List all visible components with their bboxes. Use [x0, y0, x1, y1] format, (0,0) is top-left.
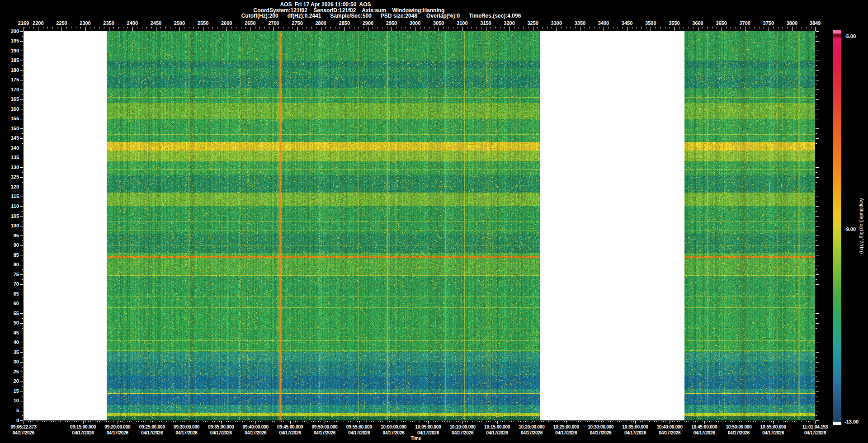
top-axis-tick — [778, 27, 778, 28]
top-axis-tick — [698, 27, 698, 31]
freq-axis-tick-right — [816, 80, 819, 80]
top-axis-tick — [443, 27, 444, 28]
freq-axis-tick-right — [816, 177, 819, 178]
time-axis-tick-label: 09:20:00.000 04/17/2026 — [104, 424, 130, 436]
freq-axis-minor-tick — [22, 240, 23, 241]
freq-axis-tick-label: 40 — [4, 339, 19, 345]
freq-axis-minor-tick-right — [816, 133, 817, 134]
freq-axis-tick-right — [816, 187, 819, 187]
freq-axis-tick — [20, 80, 23, 80]
freq-axis-tick-label: 110 — [4, 203, 19, 209]
time-axis-tick — [221, 421, 222, 424]
top-axis-tick — [434, 27, 434, 28]
top-axis-tick-label: 2250 — [56, 20, 67, 26]
freq-axis-tick — [20, 206, 23, 207]
time-axis-tick-label: 10:30:00.000 04/17/2026 — [588, 424, 613, 436]
time-axis-tick-label: 11:01:04.153 04/17/2026 — [802, 424, 828, 436]
spectrogram-app: AOS Fri 17 Apr 2026 11:00:50 AOS CoordSy… — [0, 0, 868, 443]
top-axis-tick — [632, 27, 632, 28]
top-axis-tick-label: 3600 — [692, 20, 703, 26]
freq-axis-tick — [20, 343, 23, 343]
freq-axis-minor-tick-right — [816, 56, 817, 56]
top-axis-tick — [151, 27, 152, 28]
top-axis-tick — [792, 27, 793, 31]
top-axis-tick — [656, 27, 656, 28]
freq-axis-minor-tick — [22, 415, 23, 416]
top-axis-tick — [368, 27, 368, 31]
top-axis-tick-label: 2750 — [292, 20, 302, 26]
freq-axis-tick — [20, 255, 23, 255]
freq-axis-tick-right — [816, 158, 819, 158]
freq-axis-tick-label: 105 — [4, 213, 19, 219]
top-axis-tick — [297, 27, 298, 31]
time-axis-tick — [83, 421, 84, 424]
time-axis-tick — [118, 421, 118, 424]
top-axis-tick — [594, 27, 594, 28]
freq-axis-minor-tick — [22, 192, 23, 192]
freq-axis-tick — [20, 411, 23, 411]
freq-axis-minor-tick-right — [816, 104, 817, 104]
top-axis-tick — [552, 27, 552, 28]
top-axis-tick — [66, 27, 67, 28]
top-axis-tick — [165, 27, 166, 28]
freq-axis-minor-tick-right — [816, 75, 817, 75]
time-axis-tick-label: 09:15:00.000 04/17/2026 — [70, 424, 96, 436]
top-axis-tick — [61, 27, 62, 31]
top-axis-tick-label: 3200 — [504, 20, 514, 26]
freq-axis-minor-tick-right — [816, 211, 817, 212]
top-axis-tick — [170, 27, 170, 28]
top-axis-tick — [524, 27, 524, 28]
freq-axis-minor-tick-right — [816, 279, 817, 280]
top-axis-tick — [245, 27, 246, 28]
freq-axis-tick-label: 165 — [4, 96, 19, 102]
top-axis-tick — [24, 27, 24, 28]
freq-axis-tick-label: 135 — [4, 155, 19, 160]
freq-axis-minor-tick-right — [816, 182, 817, 183]
freq-axis-tick-right — [816, 216, 819, 217]
top-axis-tick-label: 3750 — [763, 20, 774, 26]
top-axis-tick — [712, 27, 712, 28]
freq-axis-tick-label: 75 — [4, 272, 19, 277]
top-axis-tick — [269, 27, 269, 28]
header-params-2: Cutoff(Hz):200 df(Hz):0.2441 Sample/Sec:… — [241, 13, 521, 19]
top-axis-tick — [57, 27, 57, 28]
freq-axis-tick-right — [816, 61, 819, 61]
freq-axis-tick — [20, 401, 23, 401]
freq-axis-tick-label: 190 — [4, 48, 19, 53]
top-axis-tick-label: 2650 — [245, 20, 255, 26]
top-axis-tick — [500, 27, 500, 28]
top-axis-tick — [693, 27, 693, 28]
top-axis-tick — [783, 27, 783, 28]
freq-axis-minor-tick-right — [816, 202, 817, 202]
freq-axis-minor-tick-right — [816, 377, 817, 377]
top-axis-tick-label: 2500 — [174, 20, 185, 26]
time-axis-tick-label: 10:15:00.000 04/17/2026 — [484, 424, 510, 436]
freq-axis-tick-right — [816, 274, 819, 275]
freq-axis-minor-tick — [22, 104, 23, 104]
top-axis-tick-label: 3250 — [527, 20, 538, 26]
time-axis-title: Time — [410, 436, 421, 441]
freq-axis-minor-tick — [22, 172, 23, 173]
top-axis-tick — [212, 27, 213, 28]
freq-axis-minor-tick — [22, 367, 23, 368]
top-axis-tick-label: 3550 — [669, 20, 679, 26]
freq-axis-minor-tick-right — [816, 299, 817, 299]
top-axis-tick — [184, 27, 184, 28]
top-axis-tick — [509, 27, 510, 31]
freq-axis-minor-tick-right — [816, 309, 817, 309]
freq-axis-tick-label: 20 — [4, 378, 19, 384]
top-axis-tick-label: 3849 — [810, 20, 821, 26]
top-axis-tick — [189, 27, 189, 28]
freq-axis-minor-tick — [22, 318, 23, 319]
freq-axis-minor-tick — [22, 338, 23, 338]
freq-axis-minor-tick-right — [816, 114, 817, 114]
freq-axis-tick-label: 120 — [4, 184, 19, 189]
freq-axis-tick-right — [816, 304, 819, 304]
top-axis-tick — [566, 27, 566, 28]
top-axis-tick — [476, 27, 477, 28]
top-axis-tick — [156, 27, 156, 31]
colorbar-axis-label: Amplitude(Log10(g^2/Hz)) — [859, 198, 864, 254]
freq-axis-minor-tick-right — [816, 46, 817, 46]
top-axis-tick — [335, 27, 335, 28]
top-axis-tick — [722, 27, 722, 31]
